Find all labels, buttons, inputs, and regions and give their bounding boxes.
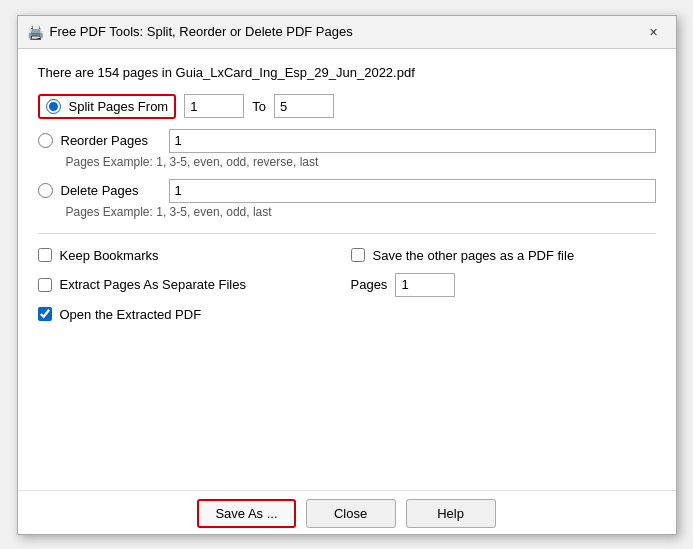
delete-input[interactable]	[169, 179, 656, 203]
reorder-input[interactable]	[169, 129, 656, 153]
delete-row: Delete Pages	[38, 179, 656, 203]
extract-separate-row: Extract Pages As Separate Files	[38, 277, 343, 292]
reorder-row: Reorder Pages	[38, 129, 656, 153]
split-pages-label: Split Pages From	[69, 99, 169, 114]
extract-separate-checkbox[interactable]	[38, 278, 52, 292]
save-other-pages-checkbox[interactable]	[351, 248, 365, 262]
reorder-example: Pages Example: 1, 3-5, even, odd, revers…	[66, 155, 656, 169]
delete-example: Pages Example: 1, 3-5, even, odd, last	[66, 205, 656, 219]
main-dialog: 🖨️ Free PDF Tools: Split, Reorder or Del…	[17, 15, 677, 535]
keep-bookmarks-checkbox[interactable]	[38, 248, 52, 262]
close-window-button[interactable]: ×	[642, 22, 666, 42]
help-button[interactable]: Help	[406, 499, 496, 528]
title-bar-left: 🖨️ Free PDF Tools: Split, Reorder or Del…	[28, 24, 353, 40]
keep-bookmarks-row: Keep Bookmarks	[38, 248, 343, 263]
pages-count-input[interactable]	[395, 273, 455, 297]
dialog-body: There are 154 pages in Guia_LxCard_Ing_E…	[18, 49, 676, 490]
extract-separate-label: Extract Pages As Separate Files	[60, 277, 246, 292]
reorder-pages-radio[interactable]	[38, 133, 53, 148]
info-text: There are 154 pages in Guia_LxCard_Ing_E…	[38, 65, 656, 80]
split-pages-option: Split Pages From	[38, 94, 177, 119]
close-button[interactable]: Close	[306, 499, 396, 528]
delete-pages-label: Delete Pages	[61, 183, 161, 198]
button-row: Save As ... Close Help	[18, 490, 676, 534]
app-icon: 🖨️	[28, 24, 44, 40]
save-other-pages-label: Save the other pages as a PDF file	[373, 248, 575, 263]
options-row-2: Extract Pages As Separate Files Pages	[38, 273, 656, 297]
keep-bookmarks-label: Keep Bookmarks	[60, 248, 159, 263]
to-label: To	[252, 99, 266, 114]
delete-pages-radio[interactable]	[38, 183, 53, 198]
split-to-input[interactable]	[274, 94, 334, 118]
open-extracted-checkbox[interactable]	[38, 307, 52, 321]
title-bar: 🖨️ Free PDF Tools: Split, Reorder or Del…	[18, 16, 676, 49]
pages-label: Pages	[351, 277, 388, 292]
reorder-section: Reorder Pages Pages Example: 1, 3-5, eve…	[38, 129, 656, 169]
open-extracted-label: Open the Extracted PDF	[60, 307, 202, 322]
options-row-1: Keep Bookmarks Save the other pages as a…	[38, 248, 656, 263]
save-as-button[interactable]: Save As ...	[197, 499, 295, 528]
save-other-pages-row: Save the other pages as a PDF file	[351, 248, 656, 263]
delete-section: Delete Pages Pages Example: 1, 3-5, even…	[38, 179, 656, 219]
open-extracted-row: Open the Extracted PDF	[38, 307, 656, 322]
split-from-input[interactable]	[184, 94, 244, 118]
dialog-title: Free PDF Tools: Split, Reorder or Delete…	[50, 24, 353, 39]
split-pages-radio[interactable]	[46, 99, 61, 114]
reorder-pages-label: Reorder Pages	[61, 133, 161, 148]
divider	[38, 233, 656, 234]
pages-count-row: Pages	[351, 273, 656, 297]
